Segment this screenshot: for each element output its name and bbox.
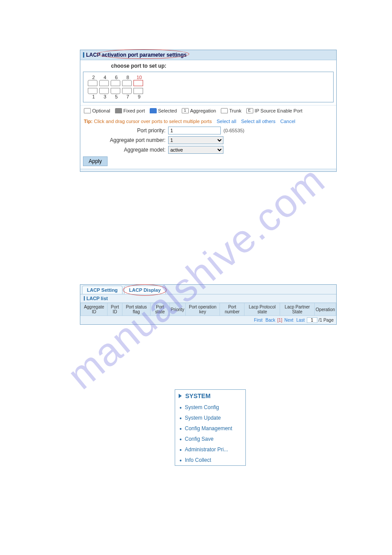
col-port-number: Port number <box>220 303 245 316</box>
port-icon[interactable] <box>111 88 120 94</box>
sidebar-item-info-collect[interactable]: Info Collect <box>175 455 245 465</box>
port-num: 7 <box>123 94 133 99</box>
system-menu-panel: SYSTEM System Config System Update Confi… <box>175 389 246 466</box>
legend-optional: Optional <box>92 108 110 113</box>
col-port-operation-key: Port operation key <box>185 303 220 316</box>
col-port-state: Port state <box>151 303 170 316</box>
port-icon[interactable] <box>88 88 97 94</box>
sidebar-item-system-config[interactable]: System Config <box>175 402 245 413</box>
panel-title: LACP activation port parameter settings <box>80 50 336 60</box>
apply-button[interactable]: Apply <box>83 156 108 166</box>
col-port-id: Port ID <box>108 303 122 316</box>
port-num: 1 <box>89 94 98 99</box>
system-header[interactable]: SYSTEM <box>175 390 245 402</box>
port-num: 4 <box>100 75 110 80</box>
lacp-display-panel: LACP Setting LACP Display LACP list Aggr… <box>80 284 337 325</box>
arrow-right-icon <box>179 394 182 398</box>
pager-current: [1] <box>277 318 282 323</box>
port-icon[interactable] <box>99 88 109 94</box>
fixed-port-icon <box>115 108 122 113</box>
optional-icon <box>84 108 91 113</box>
port-num: 3 <box>100 94 110 99</box>
col-aggregate-id: Aggregate ID <box>81 303 108 316</box>
port-icon[interactable] <box>122 88 132 94</box>
legend-aggregation: Aggregation <box>190 108 216 113</box>
panel-footer-strip <box>80 169 336 171</box>
panel-title-text: LACP activation port parameter settings <box>86 52 187 58</box>
legend-ipsrc: IP Source Enable Port <box>255 108 302 113</box>
ipsrc-icon <box>246 108 253 113</box>
port-selector-box: 2 4 6 8 10 1 3 5 7 9 <box>83 72 334 102</box>
agg-port-num-select[interactable]: 1 <box>168 136 223 144</box>
port-num: 2 <box>89 75 98 80</box>
col-operation: Operation <box>315 303 336 316</box>
selected-icon <box>150 108 157 113</box>
port-num: 5 <box>111 94 121 99</box>
lacp-table: Aggregate ID Port ID Port status flag Po… <box>80 303 336 316</box>
agg-port-num-label: Aggregate port number: <box>80 137 168 143</box>
pager: First Back [1] Next Last /1 Page <box>80 316 336 324</box>
trunk-icon <box>221 108 228 113</box>
tip-label: Tip: <box>84 119 93 124</box>
system-header-text: SYSTEM <box>185 392 211 399</box>
pager-input[interactable] <box>307 317 317 323</box>
sidebar-item-administrator-pri[interactable]: Administrator Pri... <box>175 444 245 455</box>
agg-model-label: Aggregate model: <box>80 147 168 153</box>
port-icon-selected[interactable] <box>133 80 143 86</box>
port-icon[interactable] <box>111 80 120 86</box>
lacp-list-title: LACP list <box>80 294 336 303</box>
pager-next[interactable]: Next <box>284 318 294 323</box>
lacp-settings-panel: LACP activation port parameter settings … <box>80 50 337 172</box>
port-icons-top <box>88 80 329 86</box>
port-num-selected: 10 <box>134 75 144 80</box>
agg-port-num-row: Aggregate port number: 1 <box>80 135 336 145</box>
port-numbers-bottom: 1 3 5 7 9 <box>89 94 329 99</box>
tip-text: Click and drag cursor over ports to sele… <box>94 119 212 124</box>
sidebar-item-config-management[interactable]: Config Management <box>175 423 245 434</box>
port-num: 8 <box>123 75 133 80</box>
select-all-others-link[interactable]: Select all others <box>241 119 275 124</box>
tabs-row: LACP Setting LACP Display <box>80 285 336 294</box>
agg-model-row: Aggregate model: active <box>80 145 336 155</box>
choose-port-label: choose port to set up: <box>80 60 336 72</box>
sidebar-item-config-save[interactable]: Config Save <box>175 434 245 444</box>
aggregation-icon <box>182 108 189 113</box>
port-priority-input[interactable] <box>168 127 221 134</box>
pager-first[interactable]: First <box>254 318 263 323</box>
legend-trunk: Trunk <box>229 108 241 113</box>
port-icons-bottom <box>88 88 329 94</box>
col-priority: Priority <box>169 303 185 316</box>
select-all-link[interactable]: Select all <box>216 119 236 124</box>
port-icon[interactable] <box>88 80 97 86</box>
port-priority-label: Port priority: <box>80 127 168 134</box>
legend-fixed: Fixed port <box>123 108 145 113</box>
port-icon[interactable] <box>133 88 143 94</box>
port-num: 9 <box>134 94 144 99</box>
legend-selected: Selected <box>158 108 177 113</box>
port-numbers-top: 2 4 6 8 10 <box>89 75 329 80</box>
apply-row: Apply <box>80 155 336 169</box>
port-icon[interactable] <box>99 80 109 86</box>
pager-back[interactable]: Back <box>266 318 275 323</box>
port-priority-hint: (0-65535) <box>223 128 245 133</box>
pager-last[interactable]: Last <box>296 318 305 323</box>
tab-lacp-setting[interactable]: LACP Setting <box>82 286 122 294</box>
sidebar-item-system-update[interactable]: System Update <box>175 413 245 423</box>
table-header-row: Aggregate ID Port ID Port status flag Po… <box>81 303 336 316</box>
pager-suffix: /1 Page <box>319 318 334 323</box>
cancel-link[interactable]: Cancel <box>281 119 295 124</box>
port-icon[interactable] <box>122 80 132 86</box>
agg-model-select[interactable]: active <box>168 146 223 154</box>
col-port-status-flag: Port status flag <box>122 303 151 316</box>
legend-row: Optional Fixed port Selected Aggregation… <box>80 105 336 117</box>
watermark-text: manualshive.com <box>59 157 334 398</box>
col-lacp-partner-state: Lacp Partner State <box>280 303 315 316</box>
port-priority-row: Port priority: (0-65535) <box>80 126 336 135</box>
port-num: 6 <box>111 75 121 80</box>
col-lacp-protocol-state: Lacp Protocol state <box>245 303 280 316</box>
tip-row: Tip: Click and drag cursor over ports to… <box>80 117 336 126</box>
tab-lacp-display[interactable]: LACP Display <box>124 286 165 294</box>
